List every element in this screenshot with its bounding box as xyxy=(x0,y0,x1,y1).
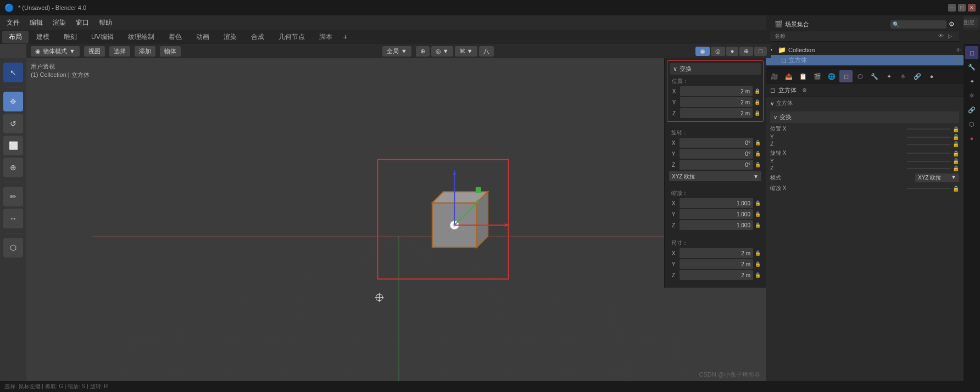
prop-mode-dropdown[interactable]: XYZ 欧拉 ▼ xyxy=(915,173,959,182)
viewport-xray-button[interactable]: □ xyxy=(754,47,767,56)
outliner-filter-icon[interactable]: ⚙ xyxy=(949,20,955,28)
menu-item-render[interactable]: 渲染 xyxy=(48,16,70,29)
tab-sculpt[interactable]: 雕刻 xyxy=(57,31,83,43)
menu-item-window[interactable]: 窗口 xyxy=(71,16,93,29)
prop-scale-x-lock[interactable]: 🔒 xyxy=(953,186,959,192)
object-menu-button[interactable]: 物体 xyxy=(160,46,181,57)
prop-rot-y-value[interactable] xyxy=(907,161,951,162)
tab-layout[interactable]: 布局 xyxy=(2,31,29,43)
rotation-mode-dropdown[interactable]: XYZ 欧拉 ▼ xyxy=(669,171,761,181)
prop-view-layer-icon[interactable]: 📋 xyxy=(797,70,810,82)
prop-rot-y-lock[interactable]: 🔒 xyxy=(953,158,959,164)
view-menu-button[interactable]: 视图 xyxy=(84,46,105,57)
outliner-item-collection[interactable]: ▼ 📁 Collection 👁 xyxy=(766,45,964,55)
outliner-item-cube[interactable]: ◻ 立方体 👁 xyxy=(766,55,964,65)
tool-transform[interactable]: ⊕ xyxy=(3,158,23,177)
tab-scripting[interactable]: 脚本 xyxy=(313,31,339,43)
cube-vis-icon[interactable]: 👁 xyxy=(956,57,961,63)
rotation-z-input[interactable]: 0° xyxy=(680,160,753,170)
prop-rot-x-value[interactable] xyxy=(907,153,951,154)
menu-item-help[interactable]: 帮助 xyxy=(94,16,116,29)
prop-object-icon[interactable]: ◻ xyxy=(839,70,853,82)
prop-world-icon[interactable]: 🌐 xyxy=(825,70,838,82)
dim-x-input[interactable]: 2 m xyxy=(680,248,753,258)
tab-shading[interactable]: 着色 xyxy=(162,31,188,43)
tab-animation[interactable]: 动画 xyxy=(190,31,216,43)
prop-physics-icon[interactable]: ⚛ xyxy=(897,70,910,82)
proportional-button[interactable]: ⌘ ▼ xyxy=(455,46,477,57)
prop-modifier-icon[interactable]: 🔧 xyxy=(868,70,881,82)
outliner-search[interactable]: 🔍 xyxy=(890,20,946,29)
tab-texture[interactable]: 纹理绘制 xyxy=(121,31,161,43)
global-transform-button[interactable]: 全局 ▼ xyxy=(382,46,411,57)
prop-material-icon[interactable]: ● xyxy=(925,70,938,82)
rotation-z-lock-icon[interactable]: 🔒 xyxy=(755,162,761,167)
prop-constraints-icon[interactable]: 🔗 xyxy=(911,70,924,82)
rotation-x-input[interactable]: 0° xyxy=(680,138,753,148)
prop-render-icon[interactable]: 🎥 xyxy=(768,70,781,82)
transform-header[interactable]: ∨ 变换 xyxy=(670,63,761,75)
viewport-shading-rendered[interactable]: ● xyxy=(726,47,739,56)
position-x-input[interactable]: 2 m xyxy=(680,86,753,96)
scale-y-input[interactable]: 1.000 xyxy=(680,209,753,219)
tool-move[interactable]: ✥ xyxy=(3,92,23,111)
prop-icon-data[interactable]: ⬡ xyxy=(965,117,978,131)
position-y-lock-icon[interactable]: 🔒 xyxy=(754,99,761,105)
rotation-y-input[interactable]: 0° xyxy=(680,149,753,159)
prop-icon-modifier[interactable]: 🔧 xyxy=(965,60,978,74)
tool-measure[interactable]: ↔ xyxy=(3,209,23,228)
prop-icon-object[interactable]: ◻ xyxy=(965,46,978,59)
dim-z-lock-icon[interactable]: 🔒 xyxy=(755,272,761,278)
obj-filter-icon[interactable]: ⚙ xyxy=(802,87,807,93)
scale-z-lock-icon[interactable]: 🔒 xyxy=(755,222,761,228)
prop-rot-z-value[interactable] xyxy=(907,168,951,169)
prop-icon-particles[interactable]: ✦ xyxy=(965,75,978,88)
viewport-shading-solid[interactable]: ◉ xyxy=(695,47,710,56)
prop-icon-physics[interactable]: ⚛ xyxy=(965,89,978,102)
outliner-search-input[interactable] xyxy=(900,21,944,27)
prop-icon-constraints[interactable]: 🔗 xyxy=(965,103,978,116)
close-button[interactable]: ✕ xyxy=(968,4,976,12)
dim-x-lock-icon[interactable]: 🔒 xyxy=(755,250,761,256)
collection-vis-icon[interactable]: 👁 xyxy=(956,47,961,53)
minimize-button[interactable]: — xyxy=(948,4,956,12)
scale-z-input[interactable]: 1.000 xyxy=(680,220,753,230)
scale-y-lock-icon[interactable]: 🔒 xyxy=(755,211,761,217)
prop-output-icon[interactable]: 📤 xyxy=(782,70,795,82)
transform-section-header[interactable]: ∨ 变换 xyxy=(770,111,959,123)
menu-item-edit[interactable]: 编辑 xyxy=(25,16,47,29)
tool-select[interactable]: ↖ xyxy=(3,63,23,82)
viewport-mode-button[interactable]: ◉ 物体模式 ▼ xyxy=(31,46,80,57)
snap-button[interactable]: ◎ ▼ xyxy=(431,46,453,57)
scale-x-input[interactable]: 1.000 xyxy=(680,198,753,208)
prop-pos-z-lock[interactable]: 🔒 xyxy=(953,141,959,147)
prop-pos-x-value[interactable] xyxy=(907,128,951,130)
position-y-input[interactable]: 2 m xyxy=(680,97,753,107)
grid-button[interactable]: 八 xyxy=(479,46,494,57)
prop-particles-icon[interactable]: ✦ xyxy=(882,70,895,82)
dim-y-lock-icon[interactable]: 🔒 xyxy=(755,261,761,267)
rotation-y-lock-icon[interactable]: 🔒 xyxy=(755,151,761,156)
prop-pos-y-lock[interactable]: 🔒 xyxy=(953,134,959,140)
prop-pos-x-lock[interactable]: 🔒 xyxy=(953,126,959,132)
prop-scale-x-value[interactable] xyxy=(907,188,951,189)
viewport-shading-material[interactable]: ◎ xyxy=(711,47,725,56)
tool-annotate[interactable]: ✏ xyxy=(3,187,23,206)
tool-rotate[interactable]: ↺ xyxy=(3,114,23,133)
prop-icon-material[interactable]: ● xyxy=(965,132,978,145)
viewport-overlays-button[interactable]: ⊕ xyxy=(739,47,753,56)
position-x-lock-icon[interactable]: 🔒 xyxy=(754,88,761,94)
transform-pivot-button[interactable]: ⊕ xyxy=(416,46,430,57)
rotation-x-lock-icon[interactable]: 🔒 xyxy=(755,140,761,145)
tab-modeling[interactable]: 建模 xyxy=(30,31,56,43)
dim-y-input[interactable]: 2 m xyxy=(680,259,753,269)
prop-pos-y-value[interactable] xyxy=(907,137,951,138)
select-menu-button[interactable]: 选择 xyxy=(109,46,130,57)
prop-mesh-icon[interactable]: ⬡ xyxy=(854,70,867,82)
add-menu-button[interactable]: 添加 xyxy=(135,46,155,57)
prop-rot-x-lock[interactable]: 🔒 xyxy=(953,150,959,156)
position-z-lock-icon[interactable]: 🔒 xyxy=(754,110,761,116)
tool-scale[interactable]: ⬜ xyxy=(3,136,23,155)
scale-x-lock-icon[interactable]: 🔒 xyxy=(755,200,761,206)
prop-pos-z-value[interactable] xyxy=(907,144,951,145)
